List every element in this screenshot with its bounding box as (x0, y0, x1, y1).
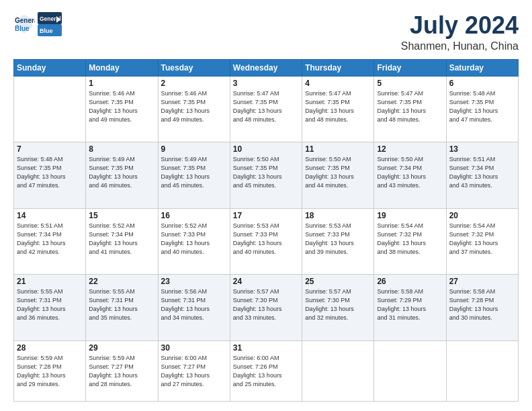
month-title: July 2024 (401, 12, 519, 39)
calendar-cell: 13Sunrise: 5:51 AM Sunset: 7:34 PM Dayli… (446, 142, 518, 209)
cell-info: Sunrise: 5:49 AM Sunset: 7:35 PM Dayligh… (89, 155, 154, 190)
calendar-cell: 18Sunrise: 5:53 AM Sunset: 7:33 PM Dayli… (302, 208, 374, 275)
day-number: 23 (161, 277, 227, 286)
cell-info: Sunrise: 5:55 AM Sunset: 7:31 PM Dayligh… (89, 287, 154, 322)
cell-info: Sunrise: 5:53 AM Sunset: 7:33 PM Dayligh… (305, 222, 371, 257)
calendar-header-row: SundayMondayTuesdayWednesdayThursdayFrid… (14, 59, 519, 76)
cell-info: Sunrise: 5:48 AM Sunset: 7:35 PM Dayligh… (17, 155, 83, 190)
calendar-cell: 6Sunrise: 5:48 AM Sunset: 7:35 PM Daylig… (446, 76, 518, 142)
calendar-cell: 11Sunrise: 5:50 AM Sunset: 7:35 PM Dayli… (302, 142, 374, 209)
day-number: 16 (161, 211, 227, 220)
logo: General Blue General Blue (13, 12, 62, 36)
day-number: 6 (449, 79, 515, 88)
calendar-cell: 28Sunrise: 5:59 AM Sunset: 7:28 PM Dayli… (14, 340, 86, 401)
cell-info: Sunrise: 5:50 AM Sunset: 7:35 PM Dayligh… (233, 155, 299, 190)
calendar-cell: 24Sunrise: 5:57 AM Sunset: 7:30 PM Dayli… (230, 275, 302, 341)
column-header-tuesday: Tuesday (158, 59, 230, 76)
day-number: 13 (449, 144, 515, 154)
cell-info: Sunrise: 6:00 AM Sunset: 7:27 PM Dayligh… (161, 354, 227, 389)
calendar-week-row: 1Sunrise: 5:46 AM Sunset: 7:35 PM Daylig… (14, 76, 519, 142)
column-header-sunday: Sunday (14, 59, 86, 76)
column-header-wednesday: Wednesday (230, 59, 302, 76)
cell-info: Sunrise: 5:54 AM Sunset: 7:32 PM Dayligh… (449, 222, 515, 257)
calendar-cell: 4Sunrise: 5:47 AM Sunset: 7:35 PM Daylig… (302, 76, 374, 142)
svg-text:Blue: Blue (15, 25, 30, 32)
header: General Blue General Blue July 2024 S (13, 12, 519, 52)
calendar-week-row: 14Sunrise: 5:51 AM Sunset: 7:34 PM Dayli… (14, 208, 519, 275)
logo-text-block: General Blue (38, 12, 62, 36)
cell-info: Sunrise: 5:46 AM Sunset: 7:35 PM Dayligh… (89, 89, 154, 124)
day-number: 1 (89, 79, 154, 88)
calendar-cell: 7Sunrise: 5:48 AM Sunset: 7:35 PM Daylig… (14, 142, 86, 209)
calendar-cell: 31Sunrise: 6:00 AM Sunset: 7:26 PM Dayli… (230, 340, 302, 401)
day-number: 14 (17, 211, 83, 220)
calendar-cell: 14Sunrise: 5:51 AM Sunset: 7:34 PM Dayli… (14, 208, 86, 275)
svg-text:Blue: Blue (40, 28, 53, 34)
calendar-cell: 23Sunrise: 5:56 AM Sunset: 7:31 PM Dayli… (158, 275, 230, 341)
cell-info: Sunrise: 5:55 AM Sunset: 7:31 PM Dayligh… (17, 287, 83, 322)
day-number: 4 (305, 79, 371, 88)
calendar-cell: 10Sunrise: 5:50 AM Sunset: 7:35 PM Dayli… (230, 142, 302, 209)
day-number: 12 (377, 144, 443, 154)
cell-info: Sunrise: 5:49 AM Sunset: 7:35 PM Dayligh… (161, 155, 227, 190)
cell-info: Sunrise: 5:50 AM Sunset: 7:35 PM Dayligh… (305, 155, 371, 190)
logo-icon: General Blue (13, 13, 35, 35)
calendar-week-row: 7Sunrise: 5:48 AM Sunset: 7:35 PM Daylig… (14, 142, 519, 209)
calendar-cell (374, 340, 446, 401)
cell-info: Sunrise: 5:50 AM Sunset: 7:34 PM Dayligh… (377, 155, 443, 190)
calendar-cell: 12Sunrise: 5:50 AM Sunset: 7:34 PM Dayli… (374, 142, 446, 209)
calendar-cell: 19Sunrise: 5:54 AM Sunset: 7:32 PM Dayli… (374, 208, 446, 275)
cell-info: Sunrise: 5:48 AM Sunset: 7:35 PM Dayligh… (449, 89, 515, 124)
cell-info: Sunrise: 5:54 AM Sunset: 7:32 PM Dayligh… (377, 222, 443, 257)
day-number: 9 (161, 144, 227, 154)
calendar-cell: 1Sunrise: 5:46 AM Sunset: 7:35 PM Daylig… (86, 76, 158, 142)
calendar-cell: 2Sunrise: 5:46 AM Sunset: 7:35 PM Daylig… (158, 76, 230, 142)
day-number: 8 (89, 144, 154, 154)
cell-info: Sunrise: 5:52 AM Sunset: 7:34 PM Dayligh… (89, 222, 154, 257)
cell-info: Sunrise: 5:46 AM Sunset: 7:35 PM Dayligh… (161, 89, 227, 124)
day-number: 27 (449, 277, 515, 286)
day-number: 11 (305, 144, 371, 154)
calendar-table: SundayMondayTuesdayWednesdayThursdayFrid… (13, 59, 519, 402)
day-number: 2 (161, 79, 227, 88)
cell-info: Sunrise: 5:57 AM Sunset: 7:30 PM Dayligh… (305, 287, 371, 322)
calendar-cell: 9Sunrise: 5:49 AM Sunset: 7:35 PM Daylig… (158, 142, 230, 209)
cell-info: Sunrise: 5:58 AM Sunset: 7:29 PM Dayligh… (377, 287, 443, 322)
calendar-cell: 25Sunrise: 5:57 AM Sunset: 7:30 PM Dayli… (302, 275, 374, 341)
calendar-cell: 5Sunrise: 5:47 AM Sunset: 7:35 PM Daylig… (374, 76, 446, 142)
logo-svg: General Blue (38, 12, 62, 36)
calendar-cell: 3Sunrise: 5:47 AM Sunset: 7:35 PM Daylig… (230, 76, 302, 142)
day-number: 26 (377, 277, 443, 286)
day-number: 30 (161, 343, 227, 353)
day-number: 10 (233, 144, 299, 154)
cell-info: Sunrise: 6:00 AM Sunset: 7:26 PM Dayligh… (233, 354, 299, 389)
calendar-cell (446, 340, 518, 401)
calendar-cell: 15Sunrise: 5:52 AM Sunset: 7:34 PM Dayli… (86, 208, 158, 275)
calendar-week-row: 28Sunrise: 5:59 AM Sunset: 7:28 PM Dayli… (14, 340, 519, 401)
day-number: 18 (305, 211, 371, 220)
calendar-cell: 20Sunrise: 5:54 AM Sunset: 7:32 PM Dayli… (446, 208, 518, 275)
cell-info: Sunrise: 5:56 AM Sunset: 7:31 PM Dayligh… (161, 287, 227, 322)
svg-text:General: General (15, 17, 35, 24)
column-header-thursday: Thursday (302, 59, 374, 76)
cell-info: Sunrise: 5:47 AM Sunset: 7:35 PM Dayligh… (233, 89, 299, 124)
calendar-week-row: 21Sunrise: 5:55 AM Sunset: 7:31 PM Dayli… (14, 275, 519, 341)
day-number: 17 (233, 211, 299, 220)
day-number: 22 (89, 277, 154, 286)
title-block: July 2024 Shanmen, Hunan, China (401, 12, 519, 52)
location-title: Shanmen, Hunan, China (401, 40, 519, 52)
column-header-friday: Friday (374, 59, 446, 76)
cell-info: Sunrise: 5:51 AM Sunset: 7:34 PM Dayligh… (17, 222, 83, 257)
column-header-saturday: Saturday (446, 59, 518, 76)
day-number: 31 (233, 343, 299, 353)
day-number: 5 (377, 79, 443, 88)
calendar-cell: 16Sunrise: 5:52 AM Sunset: 7:33 PM Dayli… (158, 208, 230, 275)
calendar-cell (302, 340, 374, 401)
day-number: 20 (449, 211, 515, 220)
day-number: 21 (17, 277, 83, 286)
calendar-cell: 26Sunrise: 5:58 AM Sunset: 7:29 PM Dayli… (374, 275, 446, 341)
day-number: 7 (17, 144, 83, 154)
cell-info: Sunrise: 5:59 AM Sunset: 7:27 PM Dayligh… (89, 354, 154, 389)
calendar-cell: 8Sunrise: 5:49 AM Sunset: 7:35 PM Daylig… (86, 142, 158, 209)
day-number: 24 (233, 277, 299, 286)
